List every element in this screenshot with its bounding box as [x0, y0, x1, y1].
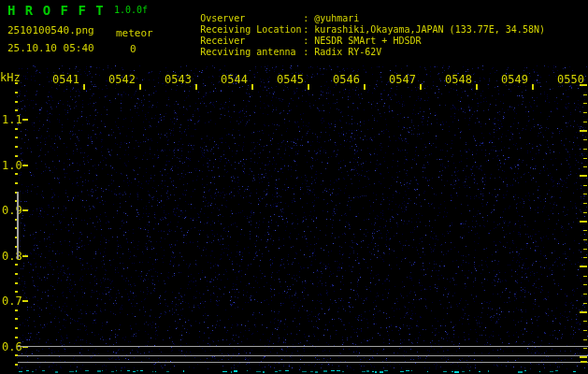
time-minor-tick — [308, 84, 309, 90]
right-minor-tick — [583, 212, 587, 213]
right-minor-tick — [583, 149, 587, 150]
frequency-axis-unit-label: kHz — [0, 72, 21, 83]
freq-minor-tick — [15, 282, 18, 284]
freq-major-tick — [22, 300, 28, 302]
colon: : — [303, 47, 314, 58]
right-minor-tick — [583, 166, 587, 167]
right-major-tick — [580, 356, 587, 358]
right-minor-tick — [583, 103, 587, 104]
right-minor-tick — [583, 257, 587, 258]
capture-datetime: 25.10.10 05:40 — [7, 42, 94, 54]
freq-minor-tick — [15, 155, 18, 157]
time-minor-tick — [364, 84, 366, 90]
freq-minor-tick — [15, 264, 18, 266]
freq-minor-tick — [15, 309, 18, 311]
meteor-counter-label: meteor — [116, 27, 153, 39]
freq-minor-tick — [15, 173, 18, 175]
right-major-tick — [580, 311, 587, 313]
info-row-antenna: Recviving antenna:Radix RY-62V — [166, 36, 381, 69]
time-minor-tick — [83, 84, 85, 90]
overlay-layer: H R O F F T 1.0.0f 2510100540.png meteor… — [0, 0, 588, 374]
freq-minor-tick — [15, 291, 18, 293]
right-major-tick — [580, 221, 587, 223]
freq-minor-tick — [15, 128, 18, 130]
right-minor-tick — [583, 230, 587, 231]
reference-line — [18, 362, 588, 363]
right-edge-bottom-tick — [581, 361, 587, 363]
freq-minor-tick — [15, 318, 18, 320]
right-minor-tick — [583, 203, 587, 204]
time-tick-label: 0549 — [501, 74, 528, 85]
right-major-tick — [580, 84, 587, 86]
freq-minor-tick — [15, 337, 18, 338]
right-major-tick — [580, 175, 587, 177]
vertical-marker-bar — [17, 192, 19, 259]
freq-minor-tick — [15, 146, 18, 148]
freq-minor-tick — [15, 82, 18, 84]
freq-minor-tick — [15, 109, 18, 111]
right-minor-tick — [583, 276, 587, 277]
freq-tick-label: 0.7 — [2, 295, 22, 307]
right-minor-tick — [583, 112, 587, 113]
app-version: 1.0.0f — [114, 5, 148, 15]
right-minor-tick — [583, 194, 587, 194]
time-minor-tick — [195, 84, 197, 90]
right-minor-tick — [583, 321, 587, 322]
app-title: H R O F F T — [7, 3, 105, 18]
right-minor-tick — [583, 339, 587, 340]
right-minor-tick — [583, 249, 587, 250]
time-tick-label: 0541 — [52, 74, 79, 85]
output-filename: 2510100540.png — [7, 24, 94, 36]
freq-minor-tick — [15, 92, 18, 94]
right-minor-tick — [583, 348, 587, 349]
time-minor-tick — [420, 84, 422, 90]
right-minor-tick — [583, 294, 587, 295]
right-minor-tick — [583, 330, 587, 331]
reference-line — [18, 346, 588, 347]
freq-tick-label: 0.9 — [2, 205, 22, 216]
right-major-tick — [580, 266, 587, 267]
right-minor-tick — [583, 185, 587, 186]
time-tick-label: 0548 — [445, 74, 472, 85]
right-minor-tick — [583, 158, 587, 159]
right-minor-tick — [583, 303, 587, 304]
freq-tick-label: 0.8 — [2, 251, 22, 262]
right-major-tick — [580, 130, 587, 132]
antenna-label: Recviving antenna — [200, 47, 303, 58]
freq-minor-tick — [15, 327, 18, 329]
right-minor-tick — [583, 122, 587, 122]
right-minor-tick — [583, 284, 587, 285]
time-minor-tick — [139, 84, 141, 90]
time-minor-tick — [251, 84, 253, 90]
time-tick-label: 0546 — [333, 74, 360, 85]
reference-line — [18, 355, 588, 356]
freq-major-tick — [22, 165, 28, 166]
time-tick-label: 0543 — [165, 74, 192, 85]
antenna-value: Radix RY-62V — [314, 47, 381, 57]
freq-minor-tick — [15, 182, 18, 184]
time-tick-label: 0542 — [108, 74, 136, 85]
right-minor-tick — [583, 139, 587, 140]
time-minor-tick — [476, 84, 478, 90]
freq-minor-tick — [15, 273, 18, 275]
meteor-count-value: 0 — [130, 43, 136, 55]
freq-minor-tick — [15, 137, 18, 138]
freq-minor-tick — [15, 364, 18, 366]
time-tick-label: 0545 — [277, 74, 304, 85]
freq-major-tick — [22, 209, 28, 211]
time-minor-tick — [532, 84, 534, 90]
freq-minor-tick — [15, 101, 18, 103]
freq-major-tick — [22, 119, 28, 121]
time-tick-label: 0544 — [221, 74, 248, 85]
freq-tick-label: 1.1 — [2, 114, 22, 125]
right-minor-tick — [583, 94, 587, 95]
freq-tick-label: 1.0 — [2, 160, 22, 171]
right-minor-tick — [583, 239, 587, 240]
time-tick-label: 0547 — [389, 74, 416, 85]
hrofft-window: H R O F F T 1.0.0f 2510100540.png meteor… — [0, 0, 588, 374]
freq-major-tick — [22, 255, 28, 257]
